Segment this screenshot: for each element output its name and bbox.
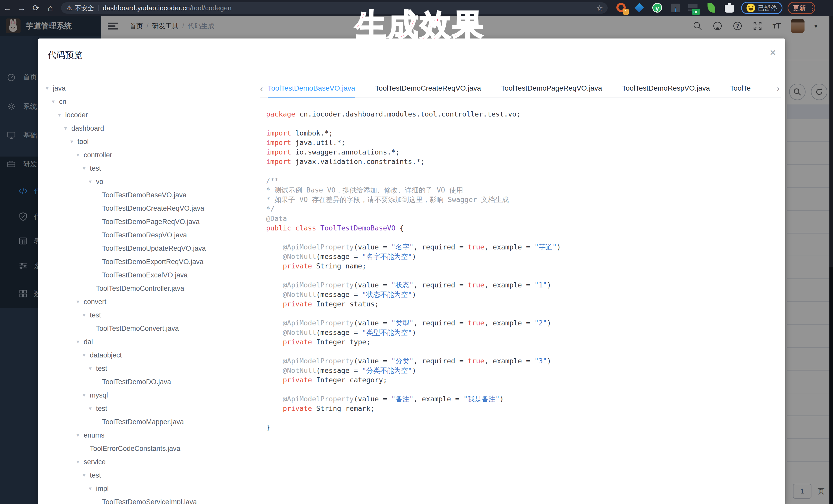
tabs-scroll-right-icon[interactable]: › bbox=[777, 79, 780, 97]
tree-file-row[interactable]: ToolTestDemoPageReqVO.java bbox=[44, 215, 259, 229]
tree-folder-row[interactable]: ▾java bbox=[44, 81, 259, 95]
code-line: } bbox=[266, 423, 781, 432]
url-text[interactable]: dashboard.yudao.iocoder.cn/tool/codegen bbox=[103, 4, 232, 12]
file-tab[interactable]: ToolTestDemoBaseVO.java bbox=[268, 79, 355, 98]
tree-node-label: controller bbox=[84, 151, 112, 159]
tabs-scroll-left-icon[interactable]: ‹ bbox=[260, 79, 263, 97]
caret-down-icon[interactable]: ▾ bbox=[89, 405, 96, 412]
tree-folder-row[interactable]: ▾dal bbox=[44, 335, 259, 349]
tree-folder-row[interactable]: ▾service bbox=[44, 455, 259, 469]
caret-down-icon[interactable]: ▾ bbox=[76, 432, 84, 438]
caret-down-icon[interactable]: ▾ bbox=[52, 98, 59, 105]
not-secure-label[interactable]: 不安全 bbox=[75, 4, 94, 12]
browser-menu-kebab-icon[interactable]: ⋮ bbox=[808, 6, 812, 10]
page-viewport: 芋道管理系统 首页/研发工具/代码生成 ? ᴛT ▾ 首页系统基 bbox=[0, 16, 833, 504]
extension-leaf-icon[interactable] bbox=[706, 3, 716, 13]
file-tab[interactable]: ToolTestDemoCreateReqVO.java bbox=[375, 79, 481, 98]
caret-down-icon[interactable]: ▾ bbox=[58, 112, 65, 118]
extensions-puzzle-icon[interactable] bbox=[724, 3, 735, 13]
address-bar[interactable]: ⚠ 不安全 dashboard.yudao.iocoder.cn/tool/co… bbox=[61, 2, 608, 14]
caret-down-icon[interactable]: ▾ bbox=[89, 485, 96, 492]
code-line: @ApiModelProperty(value = "状态", required… bbox=[266, 280, 781, 290]
tree-folder-row[interactable]: ▾vo bbox=[44, 175, 259, 188]
browser-back-icon[interactable]: ← bbox=[0, 3, 15, 13]
extension-gem-icon[interactable] bbox=[634, 3, 645, 13]
tree-file-row[interactable]: ToolTestDemoDO.java bbox=[44, 375, 259, 388]
file-tab[interactable]: ToolTe bbox=[730, 79, 751, 98]
tree-folder-row[interactable]: ▾test bbox=[44, 469, 259, 482]
caret-down-icon[interactable]: ▾ bbox=[89, 365, 96, 372]
extension-grid-icon[interactable] bbox=[670, 3, 681, 13]
tree-file-row[interactable]: ToolTestDemoMapper.java bbox=[44, 415, 259, 429]
browser-update-button[interactable]: 更新 ⋮ bbox=[788, 2, 815, 14]
caret-down-icon[interactable]: ▾ bbox=[76, 338, 84, 345]
tree-node-label: test bbox=[96, 365, 107, 373]
extension-green-circle-icon[interactable]: y bbox=[652, 3, 663, 13]
tree-folder-row[interactable]: ▾controller bbox=[44, 148, 259, 162]
code-line: * 测试示例 Base VO，提供给添加、修改、详细的子 VO 使用 bbox=[266, 185, 781, 195]
extension-orange-ring-icon[interactable]: 1 bbox=[616, 3, 627, 13]
tree-node-label: ToolErrorCodeConstants.java bbox=[90, 445, 181, 453]
caret-down-icon[interactable]: ▾ bbox=[82, 165, 90, 172]
tree-node-label: dal bbox=[84, 338, 93, 346]
tree-node-label: convert bbox=[84, 298, 106, 306]
tree-folder-row[interactable]: ▾test bbox=[44, 162, 259, 175]
caret-down-icon[interactable]: ▾ bbox=[76, 152, 84, 158]
file-tab[interactable]: ToolTestDemoRespVO.java bbox=[622, 79, 710, 98]
extension-list-icon[interactable]: on bbox=[688, 3, 698, 13]
tree-node-label: ToolTestDemoRespVO.java bbox=[102, 231, 187, 239]
code-line: @NotNull(message = "名字不能为空") bbox=[266, 252, 781, 261]
caret-down-icon[interactable]: ▾ bbox=[82, 392, 90, 399]
tree-folder-row[interactable]: ▾dataobject bbox=[44, 349, 259, 362]
caret-down-icon[interactable]: ▾ bbox=[82, 352, 90, 359]
tree-folder-row[interactable]: ▾tool bbox=[44, 135, 259, 148]
code-line: import lombok.*; bbox=[266, 128, 781, 138]
caret-down-icon[interactable]: ▾ bbox=[64, 125, 71, 131]
tree-file-row[interactable]: ToolTestDemoUpdateReqVO.java bbox=[44, 242, 259, 255]
tree-folder-row[interactable]: ▾convert bbox=[44, 295, 259, 309]
code-line bbox=[266, 166, 781, 176]
tree-folder-row[interactable]: ▾test bbox=[44, 402, 259, 415]
caret-down-icon[interactable]: ▾ bbox=[76, 459, 84, 465]
tree-folder-row[interactable]: ▾mysql bbox=[44, 388, 259, 402]
tree-file-row[interactable]: ToolTestDemoRespVO.java bbox=[44, 229, 259, 242]
tree-folder-row[interactable]: ▾test bbox=[44, 362, 259, 375]
tree-folder-row[interactable]: ▾test bbox=[44, 309, 259, 322]
caret-down-icon[interactable]: ▾ bbox=[46, 85, 53, 92]
browser-forward-icon[interactable]: → bbox=[15, 3, 29, 13]
profile-paused-chip[interactable]: 已暂停 bbox=[741, 2, 782, 14]
tree-file-row[interactable]: ToolTestDemoBaseVO.java bbox=[44, 188, 259, 202]
tree-file-row[interactable]: ToolTestDemoCreateReqVO.java bbox=[44, 202, 259, 215]
tree-file-row[interactable]: ToolTestDemoServiceImpl.java bbox=[44, 495, 259, 504]
address-divider bbox=[98, 5, 98, 11]
tree-node-label: ToolTestDemoExcelVO.java bbox=[102, 271, 188, 279]
tree-file-row[interactable]: ToolErrorCodeConstants.java bbox=[44, 442, 259, 455]
tree-file-row[interactable]: ToolTestDemoController.java bbox=[44, 282, 259, 295]
tree-node-label: ToolTestDemoExportReqVO.java bbox=[102, 258, 204, 266]
profile-paused-label: 已暂停 bbox=[758, 4, 777, 12]
dialog-close-icon[interactable]: × bbox=[770, 47, 776, 58]
tree-file-row[interactable]: ToolTestDemoExportReqVO.java bbox=[44, 255, 259, 268]
browser-home-icon[interactable]: ⌂ bbox=[43, 3, 57, 13]
caret-down-icon[interactable]: ▾ bbox=[76, 298, 84, 305]
browser-refresh-icon[interactable]: ⟳ bbox=[29, 3, 43, 13]
caret-down-icon[interactable]: ▾ bbox=[89, 178, 96, 185]
tree-folder-row[interactable]: ▾cn bbox=[44, 95, 259, 108]
bookmark-star-icon[interactable]: ☆ bbox=[596, 4, 603, 13]
caret-down-icon[interactable]: ▾ bbox=[82, 472, 90, 479]
file-tab[interactable]: ToolTestDemoPageReqVO.java bbox=[501, 79, 602, 98]
tree-folder-row[interactable]: ▾enums bbox=[44, 429, 259, 442]
caret-down-icon[interactable]: ▾ bbox=[82, 312, 90, 318]
tree-folder-row[interactable]: ▾dashboard bbox=[44, 122, 259, 135]
caret-down-icon[interactable]: ▾ bbox=[70, 138, 77, 145]
extension-on-badge: on bbox=[692, 9, 700, 15]
tree-file-row[interactable]: ToolTestDemoConvert.java bbox=[44, 322, 259, 335]
tree-folder-row[interactable]: ▾impl bbox=[44, 482, 259, 495]
tree-node-label: mysql bbox=[90, 391, 108, 399]
file-tree: ▾java▾cn▾iocoder▾dashboard▾tool▾controll… bbox=[44, 81, 259, 504]
tree-node-label: ToolTestDemoUpdateReqVO.java bbox=[102, 244, 206, 253]
tree-folder-row[interactable]: ▾iocoder bbox=[44, 108, 259, 122]
code-line: * 如果子 VO 存在差异的字段，请不要添加到这里，影响 Swagger 文档生… bbox=[266, 195, 781, 204]
code-line: private String name; bbox=[266, 261, 781, 271]
tree-file-row[interactable]: ToolTestDemoExcelVO.java bbox=[44, 268, 259, 282]
